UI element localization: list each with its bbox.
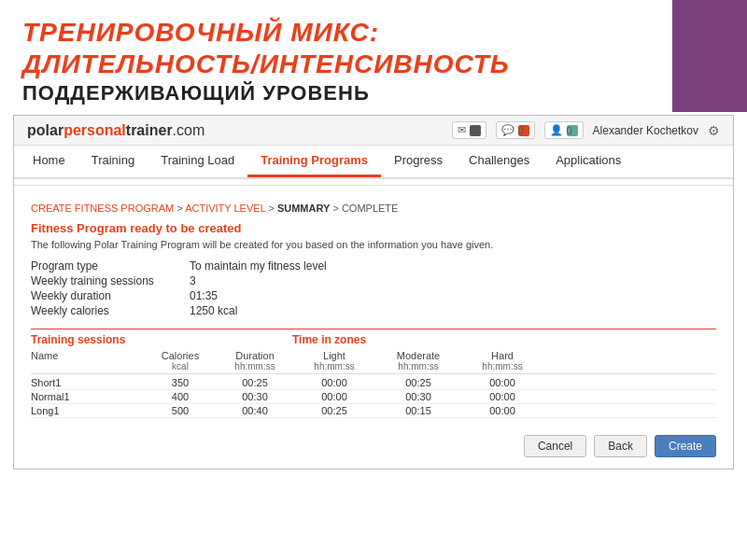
label-weekly-duration: Weekly duration — [31, 289, 190, 302]
column-headers: Name Calories kcal Duration hh:mm:ss Lig… — [31, 350, 716, 374]
col-header-hard: Hard hh:mm:ss — [460, 350, 544, 371]
session-calories: 500 — [143, 405, 218, 416]
crumb-sep2: > — [268, 203, 276, 214]
purple-corner-decoration — [672, 0, 747, 112]
table-row: Short1 350 00:25 00:00 00:25 00:00 — [31, 376, 716, 390]
session-duration: 00:40 — [218, 405, 292, 416]
slide-header: ТРЕНИРОВОЧНЫЙ МИКС: ДЛИТЕЛЬНОСТЬ/ИНТЕНСИ… — [0, 0, 747, 115]
nav-training-load[interactable]: Training Load — [148, 146, 247, 177]
value-weekly-calories: 1250 kcal — [190, 304, 237, 317]
logo-trainer: trainer — [126, 122, 173, 138]
info-row-weekly-sessions: Weekly training sessions 3 — [31, 274, 716, 287]
session-duration: 00:30 — [218, 391, 292, 402]
app-window: polarpersonaltrainer.com ✉ 0 💬 0 👤 0 Ale… — [13, 115, 734, 469]
training-sessions-header: Training sessions — [31, 333, 292, 346]
info-row-weekly-duration: Weekly duration 01:35 — [31, 289, 716, 302]
label-weekly-sessions: Weekly training sessions — [31, 274, 190, 287]
gear-icon[interactable]: ⚙ — [708, 123, 720, 138]
person-icon-group[interactable]: 👤 0 — [544, 121, 584, 139]
user-name: Alexander Kochetkov — [593, 124, 698, 137]
fitness-program-subtext: The following Polar Training Program wil… — [31, 239, 716, 250]
session-name: Normal1 — [31, 391, 143, 402]
session-name: Long1 — [31, 405, 143, 416]
value-weekly-sessions: 3 — [190, 274, 196, 287]
person-icon: 👤 — [550, 124, 563, 136]
session-hard: 00:00 — [460, 405, 544, 416]
breadcrumb: CREATE FITNESS PROGRAM > ACTIVITY LEVEL … — [31, 203, 716, 214]
col-header-duration: Duration hh:mm:ss — [218, 350, 292, 371]
info-row-weekly-calories: Weekly calories 1250 kcal — [31, 304, 716, 317]
navigation-bar: Home Training Training Load Training Pro… — [14, 146, 733, 179]
button-row: Cancel Back Create — [31, 435, 716, 457]
nav-training-programs[interactable]: Training Programs — [247, 146, 381, 177]
notification-icon-group[interactable]: ✉ 0 — [452, 121, 486, 139]
logo-com: .com — [173, 122, 205, 138]
envelope-count: 0 — [470, 125, 481, 136]
session-moderate: 00:15 — [376, 405, 460, 416]
envelope-icon: ✉ — [458, 124, 466, 136]
col-header-name: Name — [31, 350, 143, 371]
nav-separator — [14, 185, 733, 186]
sections-header: Training sessions Time in zones — [31, 333, 716, 346]
session-moderate: 00:30 — [376, 391, 460, 402]
session-name: Short1 — [31, 377, 143, 388]
session-hard: 00:00 — [460, 391, 544, 402]
chat-icon: 💬 — [501, 124, 514, 136]
cancel-button[interactable]: Cancel — [524, 435, 586, 457]
nav-applications[interactable]: Applications — [543, 146, 634, 177]
session-hard: 00:00 — [460, 377, 544, 388]
main-content: CREATE FITNESS PROGRAM > ACTIVITY LEVEL … — [14, 191, 733, 469]
value-program-type: To maintain my fitness level — [190, 259, 327, 273]
crumb-create[interactable]: CREATE FITNESS PROGRAM — [31, 203, 174, 214]
sessions-section: Training sessions Time in zones Name Cal… — [31, 329, 716, 418]
label-program-type: Program type — [31, 259, 190, 273]
col-header-moderate: Moderate hh:mm:ss — [376, 350, 460, 371]
session-light: 00:25 — [292, 405, 376, 416]
chat-count: 0 — [518, 125, 529, 136]
nav-challenges[interactable]: Challenges — [456, 146, 543, 177]
back-button[interactable]: Back — [594, 435, 647, 457]
info-row-program-type: Program type To maintain my fitness leve… — [31, 259, 716, 273]
session-calories: 400 — [143, 391, 218, 402]
crumb-summary: SUMMARY — [277, 203, 330, 214]
col-header-calories: Calories kcal — [143, 350, 218, 371]
crumb-complete: COMPLETE — [342, 203, 399, 214]
person-count: 0 — [567, 125, 578, 136]
session-light: 00:00 — [292, 377, 376, 388]
session-duration: 00:25 — [218, 377, 292, 388]
table-row: Normal1 400 00:30 00:00 00:30 00:00 — [31, 390, 716, 404]
nav-home[interactable]: Home — [20, 146, 78, 177]
logo-personal: personal — [63, 122, 126, 138]
nav-training[interactable]: Training — [78, 146, 148, 177]
crumb-sep3: > — [332, 203, 341, 214]
session-moderate: 00:25 — [376, 377, 460, 388]
program-info-table: Program type To maintain my fitness leve… — [31, 259, 716, 317]
slide-title-line3: ПОДДЕРЖИВАЮЩИЙ УРОВЕНЬ — [22, 81, 725, 105]
table-row: Long1 500 00:40 00:25 00:15 00:00 — [31, 404, 716, 418]
chat-icon-group[interactable]: 💬 0 — [496, 121, 535, 139]
col-header-light: Light hh:mm:ss — [292, 350, 376, 371]
session-calories: 350 — [143, 377, 218, 388]
site-logo: polarpersonaltrainer.com — [27, 122, 204, 139]
crumb-sep1: > — [176, 203, 185, 214]
fitness-program-heading: Fitness Program ready to be created — [31, 221, 716, 235]
time-in-zones-header: Time in zones — [292, 333, 366, 346]
create-button[interactable]: Create — [655, 435, 716, 457]
topbar-right: ✉ 0 💬 0 👤 0 Alexander Kochetkov ⚙ — [452, 121, 720, 139]
slide-title-line1: ТРЕНИРОВОЧНЫЙ МИКС: ДЛИТЕЛЬНОСТЬ/ИНТЕНСИ… — [22, 17, 725, 79]
nav-progress[interactable]: Progress — [381, 146, 456, 177]
value-weekly-duration: 01:35 — [190, 289, 218, 302]
site-topbar: polarpersonaltrainer.com ✉ 0 💬 0 👤 0 Ale… — [14, 116, 733, 146]
session-light: 00:00 — [292, 391, 376, 402]
logo-polar: polar — [27, 122, 63, 138]
label-weekly-calories: Weekly calories — [31, 304, 190, 317]
crumb-activity[interactable]: ACTIVITY LEVEL — [185, 203, 265, 214]
